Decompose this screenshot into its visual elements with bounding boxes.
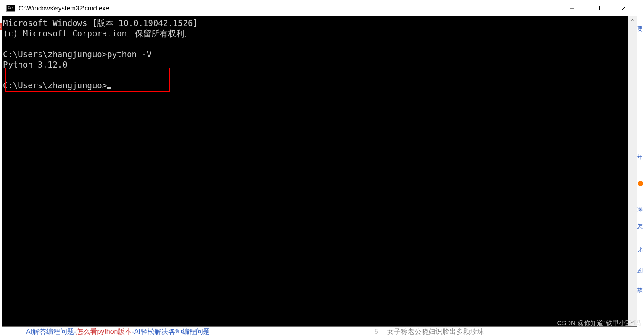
minimize-icon <box>569 6 574 11</box>
terminal-line: Python 3.12.0 <box>3 60 68 69</box>
close-button[interactable] <box>611 0 637 16</box>
cmd-icon: C:\ <box>6 5 15 12</box>
window-title: C:\Windows\system32\cmd.exe <box>19 4 109 12</box>
maximize-icon <box>595 6 600 11</box>
terminal-line: (c) Microsoft Corporation。保留所有权利。 <box>3 29 193 38</box>
right-sidebar-fragment: 要 年 深 怎 比 剧 故 <box>637 16 644 327</box>
bottom-text: 女子称老公晓妇识脸出多颗珍珠 <box>387 327 484 336</box>
terminal-line: C:\Users\zhangjunguo>python -V <box>3 49 151 59</box>
close-icon <box>621 6 626 11</box>
maximize-button[interactable] <box>585 0 611 16</box>
terminal-line: Microsoft Windows [版本 10.0.19042.1526] <box>3 18 198 28</box>
titlebar[interactable]: C:\ C:\Windows\system32\cmd.exe <box>2 0 637 16</box>
minimize-button[interactable] <box>559 0 585 16</box>
cursor <box>107 87 111 89</box>
sidebar-fragment-text: 怎 <box>637 223 643 230</box>
bottom-fragment: AI解答编程问题-怎么看python版本-AI轻松解决各种编程问题 5 女子称老… <box>26 327 644 336</box>
watermark: CSDN @你知道"铁甲小宝"吗 <box>557 319 641 327</box>
bottom-text: AI解答编程问题- <box>26 327 76 336</box>
bottom-num: 5 <box>374 328 378 336</box>
sidebar-fragment-text: 深 <box>637 205 643 213</box>
vertical-scrollbar[interactable] <box>628 16 637 326</box>
chevron-up-icon <box>630 18 634 23</box>
sidebar-fragment-text: 比 <box>637 246 643 254</box>
cmd-icon-text: C:\ <box>8 6 13 10</box>
terminal-line: C:\Users\zhangjunguo> <box>3 81 107 90</box>
window-controls <box>559 0 637 16</box>
terminal-area[interactable]: Microsoft Windows [版本 10.0.19042.1526] (… <box>2 16 628 326</box>
orange-dot-icon <box>638 181 643 186</box>
sidebar-fragment-text: 要 <box>637 25 643 33</box>
bottom-text: -AI轻松解决各种编程问题 <box>132 327 210 336</box>
cmd-window: C:\ C:\Windows\system32\cmd.exe Microsof… <box>2 0 637 327</box>
svg-rect-1 <box>596 6 600 10</box>
scroll-up-arrow[interactable] <box>628 16 637 25</box>
bottom-text: 怎么看python版本 <box>76 327 132 336</box>
sidebar-fragment-text: 剧 <box>637 267 643 275</box>
sidebar-fragment-text: 故 <box>637 286 643 294</box>
scroll-track[interactable] <box>628 25 637 318</box>
sidebar-fragment-text: 年 <box>637 153 643 161</box>
